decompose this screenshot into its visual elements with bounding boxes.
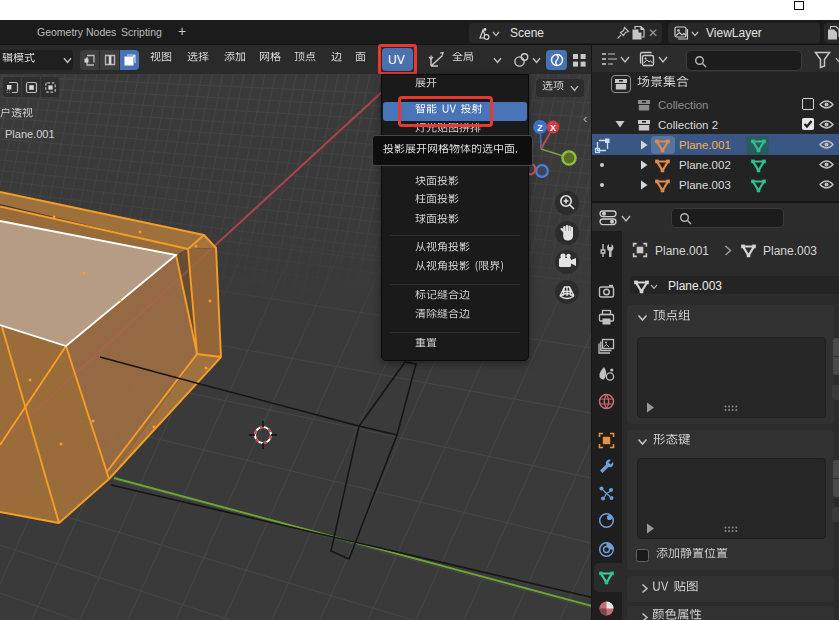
svg-text:Z: Z [537, 123, 543, 133]
svg-text:X: X [550, 123, 556, 133]
